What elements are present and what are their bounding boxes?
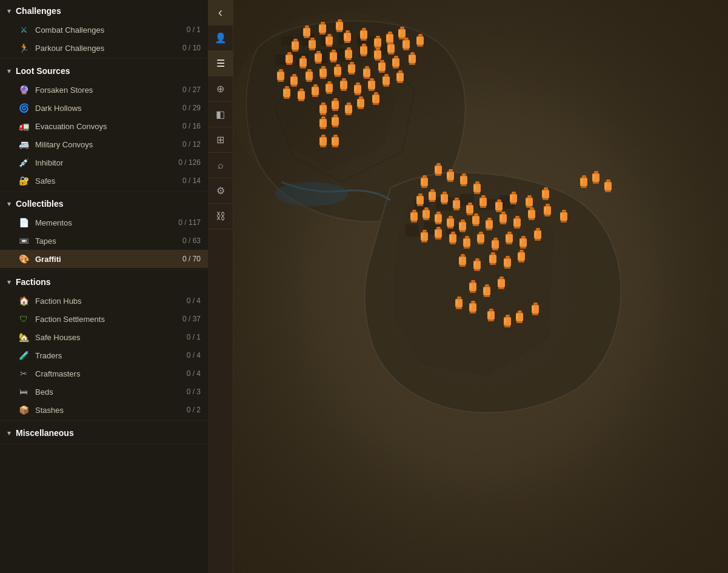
map-icon[interactable] <box>344 47 353 63</box>
map-icon[interactable] <box>497 276 506 292</box>
map-icon[interactable] <box>472 213 480 229</box>
toolbar-btn-layers[interactable]: ◧ <box>208 102 233 127</box>
map-icon[interactable] <box>343 30 352 46</box>
map-icon[interactable] <box>489 252 497 268</box>
map-icon[interactable] <box>276 69 285 85</box>
map-icon[interactable] <box>285 52 293 68</box>
map-icon[interactable] <box>505 232 513 247</box>
sidebar-item-tapes[interactable]: 📼Tapes0 / 63 <box>0 232 208 250</box>
map-icon[interactable] <box>533 228 542 244</box>
map-icon[interactable] <box>473 258 481 274</box>
section-header-collectibles[interactable]: ▾Collectibles <box>0 193 208 213</box>
sidebar-item-combat-challenges[interactable]: ⚔Combat Challenges0 / 1 <box>0 21 208 39</box>
toolbar-btn-legend[interactable]: ⊞ <box>208 127 233 153</box>
map-icon[interactable] <box>517 250 526 266</box>
sidebar-item-faction-settlements[interactable]: 🛡Faction Settlements0 / 37 <box>0 310 208 328</box>
sidebar-item-dark-hollows[interactable]: 🌀Dark Hollows0 / 29 <box>0 99 208 117</box>
map-icon[interactable] <box>559 210 568 226</box>
map-icon[interactable] <box>331 135 339 150</box>
map-icon[interactable] <box>446 169 455 185</box>
map-icon[interactable] <box>282 86 291 102</box>
map-icon[interactable] <box>392 56 400 72</box>
map-icon[interactable] <box>420 175 429 191</box>
map-icon[interactable] <box>476 232 485 247</box>
map-icon[interactable] <box>458 254 467 270</box>
map-icon[interactable] <box>402 38 410 53</box>
map-icon[interactable] <box>463 236 471 252</box>
map-icon[interactable] <box>359 28 368 44</box>
map-icon[interactable] <box>491 238 499 253</box>
map-icon[interactable] <box>314 51 322 67</box>
section-header-challenges[interactable]: ▾Challenges <box>0 0 208 21</box>
map-icon[interactable] <box>440 192 449 207</box>
map-icon[interactable] <box>434 212 442 227</box>
map-icon[interactable] <box>428 189 436 205</box>
map-icon[interactable] <box>290 74 298 90</box>
map-icon[interactable] <box>422 207 430 223</box>
sidebar-item-inhibitor[interactable]: 💉Inhibitor0 / 126 <box>0 153 208 172</box>
section-header-loot-sources[interactable]: ▾Loot Sources <box>0 60 208 81</box>
toolbar-btn-back[interactable]: ‹ <box>208 0 233 25</box>
map-icon[interactable] <box>503 315 512 330</box>
map-icon[interactable] <box>449 232 457 247</box>
map-icon[interactable] <box>335 19 344 35</box>
map-icon[interactable] <box>325 34 333 50</box>
map-icon[interactable] <box>344 102 353 118</box>
map-icon[interactable] <box>485 218 493 233</box>
map-icon[interactable] <box>487 309 495 324</box>
map-icon[interactable] <box>319 66 327 82</box>
map-icon[interactable] <box>434 163 442 179</box>
toolbar-btn-settings[interactable]: ⚙ <box>208 178 233 204</box>
map-icon[interactable] <box>509 192 518 207</box>
map-icon[interactable] <box>469 301 477 317</box>
sidebar-item-stashes[interactable]: 📦Stashes0 / 2 <box>0 401 208 419</box>
sidebar-item-graffiti[interactable]: 🎨Graffiti0 / 70 <box>0 250 208 268</box>
map-icon[interactable] <box>305 69 313 85</box>
map-icon[interactable] <box>408 52 416 68</box>
sidebar-item-traders[interactable]: 🧪Traders0 / 4 <box>0 346 208 364</box>
map-icon[interactable] <box>372 92 380 108</box>
sidebar-item-craftmasters[interactable]: ✂Craftmasters0 / 4 <box>0 364 208 383</box>
map-area[interactable] <box>233 0 728 573</box>
map-icon[interactable] <box>541 187 550 203</box>
toolbar-btn-player[interactable]: 👤 <box>208 25 233 51</box>
map-icon[interactable] <box>410 210 418 226</box>
map-icon[interactable] <box>513 216 521 232</box>
sidebar-item-forsaken-stores[interactable]: 🔮Forsaken Stores0 / 27 <box>0 81 208 99</box>
map-icon[interactable] <box>339 78 348 94</box>
map-icon[interactable] <box>531 303 539 318</box>
map-icon[interactable] <box>503 256 512 272</box>
map-icon[interactable] <box>311 84 319 100</box>
map-icon[interactable] <box>325 81 333 97</box>
map-icon[interactable] <box>356 96 365 112</box>
map-icon[interactable] <box>331 98 339 114</box>
sidebar-item-beds[interactable]: 🛏Beds0 / 3 <box>0 383 208 401</box>
map-icon[interactable] <box>434 227 442 243</box>
map-icon[interactable] <box>592 171 600 187</box>
map-icon[interactable] <box>483 284 491 300</box>
map-icon[interactable] <box>458 219 467 235</box>
map-icon[interactable] <box>347 62 356 78</box>
map-icon[interactable] <box>329 50 338 65</box>
map-icon[interactable] <box>604 179 612 195</box>
map-icon[interactable] <box>331 115 339 130</box>
sidebar-item-safes[interactable]: 🔐Safes0 / 14 <box>0 172 208 190</box>
section-header-miscellaneous[interactable]: ▾Miscellaneous <box>0 422 208 443</box>
toolbar-btn-search[interactable]: ⌕ <box>208 153 233 178</box>
map-icon[interactable] <box>359 44 368 59</box>
toolbar-btn-link[interactable]: ⛓ <box>208 204 233 229</box>
map-icon[interactable] <box>527 207 536 223</box>
sidebar-item-faction-hubs[interactable]: 🏠Faction Hubs0 / 4 <box>0 292 208 310</box>
sidebar-item-military-convoys[interactable]: 🚐Military Convoys0 / 12 <box>0 135 208 153</box>
sidebar-item-safe-houses[interactable]: 🏡Safe Houses0 / 1 <box>0 328 208 346</box>
map-icon[interactable] <box>446 216 455 232</box>
toolbar-btn-markers[interactable]: ⊕ <box>208 76 233 102</box>
map-icon[interactable] <box>455 297 463 312</box>
map-icon[interactable] <box>469 280 477 296</box>
map-icon[interactable] <box>499 212 507 227</box>
map-icon[interactable] <box>396 70 404 86</box>
map-icon[interactable] <box>543 204 552 219</box>
sidebar-item-mementos[interactable]: 📄Mementos0 / 117 <box>0 213 208 232</box>
sidebar-item-parkour-challenges[interactable]: 🏃Parkour Challenges0 / 10 <box>0 39 208 57</box>
map-icon[interactable] <box>319 135 327 150</box>
